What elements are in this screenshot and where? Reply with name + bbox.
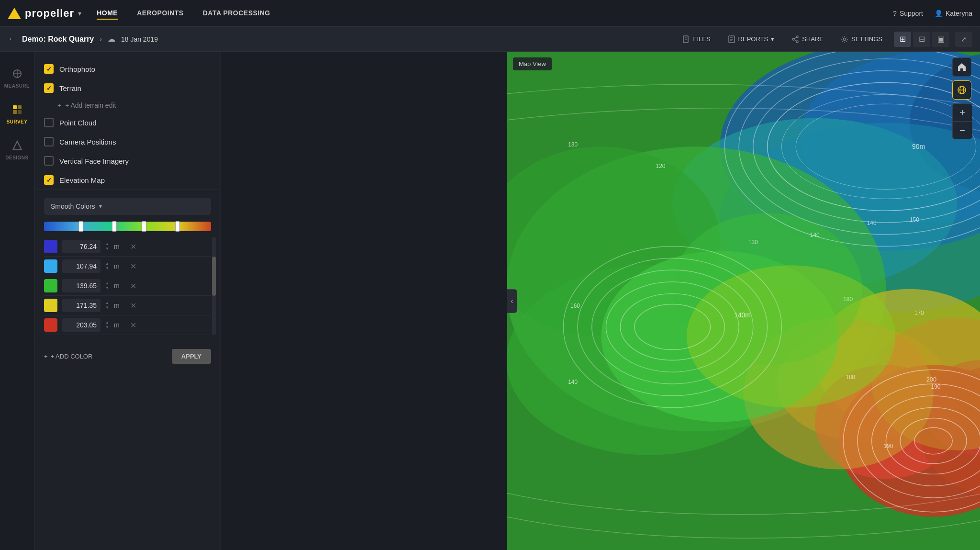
single-view-button[interactable]: ▣ — [932, 32, 949, 47]
split-view-button[interactable]: ⊞ — [894, 32, 911, 47]
color-swatch-2[interactable] — [44, 259, 57, 273]
designs-nav-label: DESIGNS — [5, 155, 29, 160]
spin-up-4[interactable]: ▲ — [105, 301, 109, 305]
measure-nav-item[interactable]: MEASURE — [3, 61, 32, 93]
dual-view-button[interactable]: ⊟ — [913, 32, 930, 47]
remove-button-2[interactable]: ✕ — [130, 262, 136, 271]
left-sidebar: Orthophoto Terrain + + Add terrain edit … — [34, 52, 221, 550]
spin-down-2[interactable]: ▼ — [105, 267, 109, 270]
spin-down-5[interactable]: ▼ — [105, 326, 109, 329]
value-input-1[interactable] — [62, 240, 100, 253]
remove-button-4[interactable]: ✕ — [130, 301, 136, 310]
elevation-map-checkbox[interactable] — [44, 175, 54, 185]
unit-label-2: m — [114, 262, 123, 270]
add-color-button[interactable]: + + ADD COLOR — [44, 349, 92, 364]
unit-label-4: m — [114, 302, 123, 309]
spin-up-1[interactable]: ▲ — [105, 242, 109, 246]
spin-down-1[interactable]: ▼ — [105, 247, 109, 251]
value-input-5[interactable] — [62, 318, 100, 332]
svg-rect-18 — [18, 105, 22, 109]
color-swatch-5[interactable] — [44, 318, 57, 332]
reports-dropdown-arrow: ▾ — [771, 35, 774, 43]
value-input-2[interactable] — [62, 259, 100, 273]
terrain-map[interactable]: 90m 140m 130 120 130 140 140 150 170 180… — [507, 52, 980, 550]
gradient-stop-3[interactable] — [142, 221, 146, 232]
share-button[interactable]: SHARE — [786, 33, 829, 46]
spin-down-3[interactable]: ▼ — [105, 286, 109, 290]
terrain-checkbox[interactable] — [44, 83, 54, 93]
layer-orthophoto[interactable]: Orthophoto — [34, 59, 221, 79]
remove-button-1[interactable]: ✕ — [130, 242, 136, 251]
add-terrain-button[interactable]: + + Add terrain edit — [34, 98, 221, 113]
layer-terrain[interactable]: Terrain — [34, 79, 221, 98]
spin-buttons-1: ▲ ▼ — [105, 242, 109, 251]
color-swatch-4[interactable] — [44, 299, 57, 312]
vertical-face-checkbox[interactable] — [44, 156, 54, 166]
support-link[interactable]: ? Support — [893, 10, 923, 17]
color-rows: ▲ ▼ m ✕ ▲ ▼ — [44, 237, 211, 335]
survey-nav-label: SURVEY — [7, 119, 28, 124]
spin-buttons-2: ▲ ▼ — [105, 262, 109, 270]
svg-text:130: 130 — [748, 239, 758, 246]
user-menu[interactable]: 👤 Kateryna — [935, 10, 972, 17]
logo-area[interactable]: propeller ▾ — [8, 7, 81, 20]
home-button[interactable] — [952, 57, 971, 77]
apply-button[interactable]: APPLY — [172, 349, 211, 364]
files-button[interactable]: FILES — [677, 33, 716, 46]
fullscreen-button[interactable]: ⤢ — [955, 32, 972, 47]
point-cloud-checkbox[interactable] — [44, 118, 54, 127]
svg-text:180: 180 — [843, 296, 853, 303]
svg-text:190: 190 — [931, 383, 941, 390]
color-swatch-1[interactable] — [44, 240, 57, 253]
globe-button[interactable] — [952, 80, 971, 100]
gradient-stop-2[interactable] — [112, 221, 117, 232]
layer-camera-positions[interactable]: Camera Positions — [34, 132, 221, 151]
nav-aeropoints[interactable]: AEROPOINTS — [137, 7, 184, 20]
svg-line-12 — [794, 40, 796, 41]
spin-up-3[interactable]: ▲ — [105, 281, 109, 285]
settings-button[interactable]: SETTINGS — [835, 33, 888, 46]
svg-text:180: 180 — [846, 374, 855, 381]
user-label: Kateryna — [946, 10, 972, 17]
logo-caret[interactable]: ▾ — [78, 10, 81, 17]
reports-button[interactable]: REPORTS ▾ — [722, 33, 780, 46]
gradient-bar[interactable] — [44, 222, 211, 231]
project-date: 18 Jan 2019 — [121, 35, 158, 43]
scroll-thumb[interactable] — [212, 257, 216, 296]
zoom-in-button[interactable]: + — [953, 104, 972, 121]
terrain-label: Terrain — [59, 84, 81, 92]
spin-up-2[interactable]: ▲ — [105, 262, 109, 266]
smooth-colors-dropdown[interactable]: Smooth Colors ▾ — [44, 198, 211, 215]
user-icon: 👤 — [935, 10, 943, 17]
nav-home[interactable]: HOME — [97, 7, 118, 20]
spin-up-5[interactable]: ▲ — [105, 321, 109, 325]
survey-nav-item[interactable]: SURVEY — [3, 97, 32, 129]
collapse-sidebar-button[interactable]: ‹ — [507, 289, 517, 313]
home-icon — [957, 62, 967, 72]
svg-text:150: 150 — [910, 216, 919, 223]
spin-down-4[interactable]: ▼ — [105, 306, 109, 310]
nav-data-processing[interactable]: DATA PROCESSING — [203, 7, 270, 20]
layer-point-cloud[interactable]: Point Cloud — [34, 113, 221, 132]
zoom-out-button[interactable]: − — [953, 122, 972, 139]
add-terrain-label: + Add terrain edit — [65, 101, 116, 109]
bottom-buttons: + + ADD COLOR APPLY — [34, 343, 221, 370]
designs-nav-item[interactable]: DESIGNS — [3, 133, 32, 165]
unit-label-3: m — [114, 282, 123, 290]
color-swatch-3[interactable] — [44, 279, 57, 292]
back-button[interactable]: ← — [8, 34, 16, 44]
smooth-colors-label: Smooth Colors — [51, 202, 95, 210]
value-input-3[interactable] — [62, 279, 100, 292]
layer-vertical-face[interactable]: Vertical Face Imagery — [34, 151, 221, 170]
remove-button-3[interactable]: ✕ — [130, 281, 136, 291]
elevation-map-label: Elevation Map — [59, 176, 105, 184]
sidebar-content: Orthophoto Terrain + + Add terrain edit … — [34, 52, 507, 550]
layer-elevation-map[interactable]: Elevation Map — [34, 170, 221, 190]
orthophoto-checkbox[interactable] — [44, 64, 54, 74]
remove-button-5[interactable]: ✕ — [130, 321, 136, 330]
camera-positions-checkbox[interactable] — [44, 137, 54, 146]
gradient-stop-4[interactable] — [175, 221, 180, 232]
map-area[interactable]: Map View — [507, 52, 980, 550]
gradient-stop-1[interactable] — [78, 221, 83, 232]
value-input-4[interactable] — [62, 299, 100, 312]
